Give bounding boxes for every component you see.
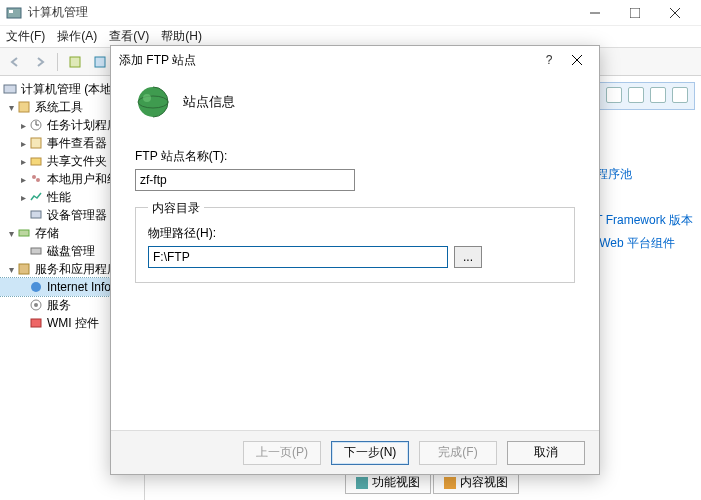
browse-button[interactable]: ... <box>454 246 482 268</box>
svg-rect-7 <box>95 57 105 67</box>
cancel-button[interactable]: 取消 <box>507 441 585 465</box>
hdr-icon-2[interactable] <box>628 87 644 103</box>
hdr-icon-1[interactable] <box>606 87 622 103</box>
path-label: 物理路径(H): <box>148 225 562 242</box>
svg-rect-19 <box>31 211 41 218</box>
app-icon <box>6 5 22 21</box>
window-title: 计算机管理 <box>28 4 575 21</box>
svg-point-17 <box>32 175 36 179</box>
svg-point-18 <box>36 178 40 182</box>
menu-action[interactable]: 操作(A) <box>57 28 97 45</box>
svg-rect-11 <box>19 102 29 112</box>
dialog-close-button[interactable] <box>563 49 591 71</box>
finish-button: 完成(F) <box>419 441 497 465</box>
add-ftp-site-dialog: 添加 FTP 站点 ? 站点信息 FTP 站点名称(T): 内容目录 物理路径(… <box>110 45 600 475</box>
svg-rect-20 <box>19 230 29 236</box>
globe-icon <box>135 84 171 120</box>
svg-rect-22 <box>19 264 29 274</box>
svg-rect-3 <box>630 8 640 18</box>
toolbar-button-1[interactable] <box>64 51 86 73</box>
svg-rect-15 <box>31 138 41 148</box>
content-dir-group: 内容目录 物理路径(H): ... <box>135 207 575 283</box>
dialog-title: 添加 FTP 站点 <box>119 52 535 69</box>
svg-rect-10 <box>4 85 16 93</box>
dialog-help-button[interactable]: ? <box>535 49 563 71</box>
dialog-heading: 站点信息 <box>183 93 235 111</box>
svg-rect-21 <box>31 248 41 254</box>
menu-help[interactable]: 帮助(H) <box>161 28 202 45</box>
toolbar-button-2[interactable] <box>89 51 111 73</box>
svg-point-31 <box>143 94 151 102</box>
minimize-button[interactable] <box>575 0 615 26</box>
maximize-button[interactable] <box>615 0 655 26</box>
nav-back-button <box>4 51 26 73</box>
prev-button: 上一页(P) <box>243 441 321 465</box>
svg-rect-6 <box>70 57 80 67</box>
site-name-input[interactable] <box>135 169 355 191</box>
nav-forward-button <box>29 51 51 73</box>
hdr-icon-3[interactable] <box>650 87 666 103</box>
svg-point-25 <box>34 303 38 307</box>
physical-path-input[interactable] <box>148 246 448 268</box>
next-button[interactable]: 下一步(N) <box>331 441 409 465</box>
close-button[interactable] <box>655 0 695 26</box>
menu-file[interactable]: 文件(F) <box>6 28 45 45</box>
content-dir-legend: 内容目录 <box>148 200 204 217</box>
hdr-icon-4[interactable] <box>672 87 688 103</box>
site-name-label: FTP 站点名称(T): <box>135 148 575 165</box>
svg-point-23 <box>31 282 41 292</box>
svg-rect-26 <box>31 319 41 327</box>
menu-view[interactable]: 查看(V) <box>109 28 149 45</box>
svg-rect-1 <box>9 10 13 13</box>
svg-rect-16 <box>31 158 41 165</box>
